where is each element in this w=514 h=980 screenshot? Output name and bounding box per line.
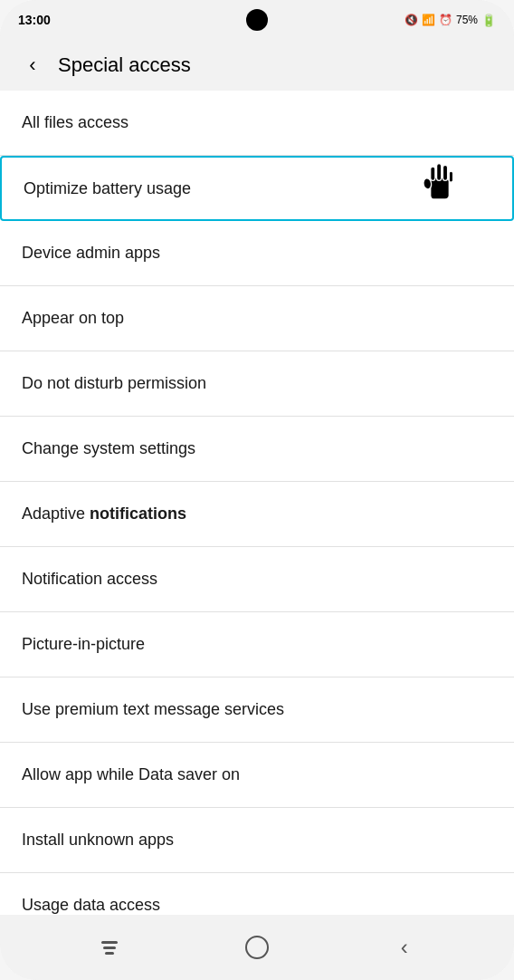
top-nav: ‹ Special access: [0, 40, 514, 91]
svg-rect-1: [431, 167, 435, 180]
menu-item-label: Appear on top: [22, 309, 124, 328]
menu-item-usage-data-access[interactable]: Usage data access: [0, 873, 514, 915]
svg-rect-2: [437, 164, 442, 181]
battery-icon: 🔋: [481, 14, 496, 27]
back-arrow-icon: ‹: [29, 53, 35, 77]
recents-icon: [101, 941, 118, 955]
menu-item-optimize-battery-usage[interactable]: Optimize battery usage: [0, 156, 514, 221]
home-icon: [245, 936, 269, 959]
menu-item-label: Allow app while Data saver on: [22, 765, 240, 784]
phone-frame: 13:00 🔇 📶 ⏰ 75% 🔋 ‹ Special access All f…: [0, 0, 514, 980]
menu-item-device-admin-apps[interactable]: Device admin apps: [0, 221, 514, 286]
menu-item-install-unknown-apps[interactable]: Install unknown apps: [0, 808, 514, 873]
menu-item-label: Use premium text message services: [22, 700, 284, 719]
menu-item-label: Install unknown apps: [22, 831, 174, 850]
back-nav-button[interactable]: ‹: [382, 929, 427, 966]
status-icons: 🔇 📶 ⏰ 75% 🔋: [405, 14, 496, 27]
status-time: 13:00: [18, 13, 51, 27]
home-button[interactable]: [234, 929, 280, 966]
menu-item-notification-access[interactable]: Notification access: [0, 547, 514, 612]
back-button[interactable]: ‹: [14, 47, 51, 83]
page-title: Special access: [58, 53, 191, 77]
status-bar: 13:00 🔇 📶 ⏰ 75% 🔋: [0, 0, 514, 40]
menu-item-label: All files access: [22, 113, 128, 132]
menu-item-all-files-access[interactable]: All files access: [0, 91, 514, 156]
alarm-icon: ⏰: [439, 14, 452, 26]
menu-item-label: Do not disturb permission: [22, 374, 206, 393]
content-area: All files accessOptimize battery usage D…: [0, 91, 514, 915]
menu-item-label: Notification access: [22, 570, 157, 589]
menu-item-label: Usage data access: [22, 896, 160, 915]
menu-item-label: Device admin apps: [22, 244, 160, 263]
svg-rect-3: [443, 165, 447, 180]
menu-item-picture-in-picture[interactable]: Picture-in-picture: [0, 612, 514, 677]
cursor-hand-icon: [413, 156, 467, 210]
wifi-icon: 📶: [422, 14, 435, 26]
front-camera: [246, 9, 268, 31]
menu-item-use-premium-text[interactable]: Use premium text message services: [0, 677, 514, 743]
svg-rect-0: [431, 178, 450, 199]
menu-item-allow-app-data-saver[interactable]: Allow app while Data saver on: [0, 743, 514, 808]
svg-point-5: [423, 178, 433, 189]
battery-percent: 75%: [456, 14, 478, 26]
menu-item-do-not-disturb-permission[interactable]: Do not disturb permission: [0, 351, 514, 417]
bottom-nav: ‹: [0, 915, 514, 980]
menu-item-label: Picture-in-picture: [22, 635, 145, 654]
svg-rect-4: [449, 171, 452, 182]
menu-item-label: Adaptive notifications: [22, 504, 186, 524]
menu-item-label: Change system settings: [22, 439, 195, 458]
menu-item-label: Optimize battery usage: [24, 179, 191, 198]
mute-icon: 🔇: [405, 14, 418, 26]
menu-item-appear-on-top[interactable]: Appear on top: [0, 286, 514, 351]
recents-button[interactable]: [87, 929, 132, 966]
menu-item-adaptive-notifications[interactable]: Adaptive notifications: [0, 482, 514, 547]
menu-item-change-system-settings[interactable]: Change system settings: [0, 417, 514, 482]
back-nav-icon: ‹: [401, 935, 408, 960]
